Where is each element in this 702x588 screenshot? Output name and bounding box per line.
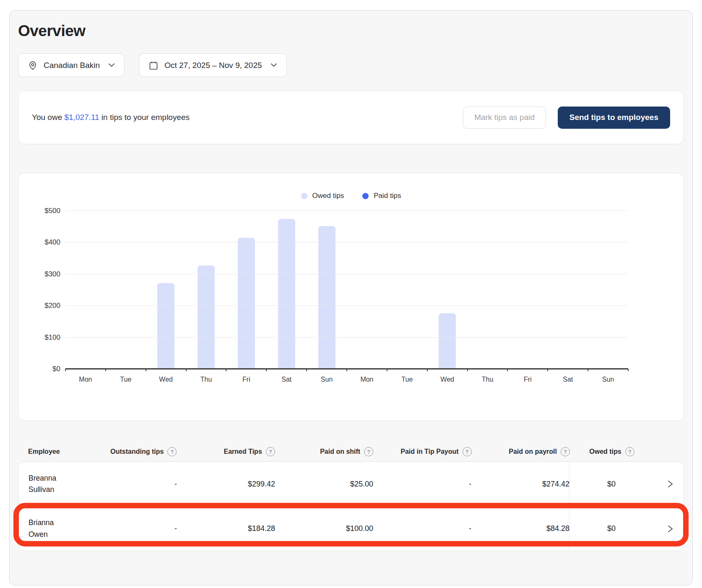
- table-row[interactable]: Breanna Sullivan-$299.42$25.00-$274.42$0: [18, 462, 684, 506]
- column-header-employee: Employee: [28, 448, 78, 455]
- bar-slot: [307, 211, 347, 369]
- x-tick-label: Sun: [588, 376, 628, 383]
- cell-paid_on_payroll: $274.42: [471, 480, 569, 489]
- legend-dot-icon: [362, 193, 369, 199]
- x-tick-label: Fri: [507, 376, 548, 383]
- y-tick-label: $0: [52, 365, 60, 373]
- table-row[interactable]: Brianna Owen-$184.28$100.00-$84.28$0: [18, 506, 684, 551]
- calendar-icon: [148, 60, 159, 70]
- bar-slot: [347, 211, 387, 369]
- row-chevron-cell: [653, 479, 673, 489]
- bar-slot: [65, 211, 106, 369]
- column-header-owed-tips: Owed tips?: [570, 447, 654, 456]
- y-tick-label: $300: [44, 270, 60, 278]
- owed-tips-banner: You owe $1,027.11 in tips to your employ…: [18, 91, 684, 144]
- column-header-label: Outstanding tips: [110, 448, 164, 455]
- column-header-paid-on-shift: Paid on shift?: [275, 447, 373, 456]
- chevron-right-icon[interactable]: [667, 479, 673, 489]
- owed-tips-message: You owe $1,027.11 in tips to your employ…: [32, 113, 190, 122]
- help-icon[interactable]: ?: [463, 447, 472, 456]
- x-tick-label: Fri: [226, 376, 266, 383]
- location-label: Canadian Bakin: [44, 61, 100, 70]
- cell-outstanding: -: [79, 480, 177, 489]
- gridline: [65, 305, 628, 306]
- help-icon[interactable]: ?: [625, 447, 634, 456]
- legend-item-owed-tips[interactable]: Owed tips: [301, 192, 344, 200]
- legend-label: Paid tips: [374, 192, 401, 200]
- legend-label: Owed tips: [312, 192, 344, 200]
- help-icon[interactable]: ?: [266, 447, 275, 456]
- x-axis-line: [65, 368, 628, 369]
- table-header-row: EmployeeOutstanding tips?Earned Tips?Pai…: [18, 442, 684, 461]
- tips-chart-card: Owed tipsPaid tips $0$100$200$300$400$50…: [18, 173, 684, 421]
- y-tick-label: $100: [44, 333, 60, 342]
- chart-plot-area: [65, 211, 628, 369]
- owed-prefix: You owe: [32, 113, 62, 122]
- cell-paid_in_tip_payout: -: [373, 524, 471, 533]
- page-title: Overview: [18, 22, 684, 40]
- bar-slot: [226, 211, 266, 369]
- date-range-selector[interactable]: Oct 27, 2025 – Nov 9, 2025: [139, 53, 286, 77]
- date-range-label: Oct 27, 2025 – Nov 9, 2025: [164, 61, 262, 70]
- gridline: [65, 211, 628, 211]
- help-icon[interactable]: ?: [561, 447, 570, 456]
- help-icon[interactable]: ?: [364, 447, 373, 456]
- bar-slot: [186, 211, 226, 369]
- bar-slot: [266, 211, 307, 369]
- bar-slot: [468, 211, 508, 369]
- cell-owed: $0: [569, 480, 653, 489]
- x-tick-label: Sun: [307, 376, 347, 383]
- cell-earned: $299.42: [177, 480, 275, 489]
- row-chevron-cell: [653, 524, 673, 534]
- help-icon[interactable]: ?: [167, 447, 177, 456]
- mark-tips-paid-button[interactable]: Mark tips as paid: [463, 107, 546, 129]
- bar-owed-tips[interactable]: [278, 219, 295, 369]
- bar-owed-tips[interactable]: [198, 265, 215, 369]
- column-header-label: Paid in Tip Payout: [400, 448, 458, 455]
- x-tick-label: Wed: [427, 376, 468, 383]
- bar-slot: [548, 211, 588, 369]
- column-header-label: Paid on payroll: [509, 448, 557, 455]
- chevron-right-icon[interactable]: [667, 524, 673, 534]
- location-selector[interactable]: Canadian Bakin: [18, 53, 125, 77]
- cell-employee: Breanna Sullivan: [29, 473, 79, 495]
- bar-slot: [427, 211, 468, 369]
- send-tips-button[interactable]: Send tips to employees: [558, 107, 670, 129]
- x-tick-label: Sat: [548, 376, 588, 383]
- bar-owed-tips[interactable]: [439, 313, 456, 369]
- employee-tips-table: EmployeeOutstanding tips?Earned Tips?Pai…: [18, 442, 684, 551]
- banner-actions: Mark tips as paid Send tips to employees: [463, 107, 670, 129]
- x-tick-label: Mon: [347, 376, 387, 383]
- legend-dot-icon: [301, 193, 307, 199]
- bar-owed-tips[interactable]: [318, 226, 335, 369]
- column-header-label: Owed tips: [589, 448, 621, 455]
- owed-amount: $1,027.11: [64, 113, 99, 122]
- bar-owed-tips[interactable]: [238, 238, 255, 369]
- x-tick-label: Tue: [106, 376, 146, 383]
- legend-item-paid-tips[interactable]: Paid tips: [362, 192, 401, 200]
- x-tick-label: Tue: [387, 376, 427, 383]
- column-header-paid-on-payroll: Paid on payroll?: [472, 447, 570, 456]
- location-pin-icon: [28, 60, 38, 70]
- bar-slot: [387, 211, 427, 369]
- x-tick-label: Wed: [146, 376, 186, 383]
- bar-slot: [146, 211, 186, 369]
- column-header-label: Paid on shift: [320, 448, 360, 455]
- cell-owed: $0: [569, 524, 653, 533]
- x-tick-label: Mon: [65, 376, 106, 383]
- cell-paid_on_shift: $100.00: [275, 524, 373, 533]
- gridline: [65, 274, 628, 274]
- cell-earned: $184.28: [177, 524, 275, 533]
- x-tick-label: Sat: [266, 376, 307, 383]
- y-tick-label: $500: [44, 207, 60, 215]
- bar-slot: [507, 211, 548, 369]
- cell-paid_on_shift: $25.00: [275, 480, 373, 489]
- y-tick-label: $400: [44, 238, 60, 247]
- column-header-earned-tips: Earned Tips?: [177, 447, 275, 456]
- x-tick-label: Thu: [468, 376, 508, 383]
- chevron-down-icon: [108, 63, 115, 68]
- bar-owed-tips[interactable]: [157, 283, 174, 369]
- gridline: [65, 242, 628, 242]
- bar-chart: $0$100$200$300$400$500: [35, 211, 667, 369]
- chevron-down-icon: [270, 63, 277, 68]
